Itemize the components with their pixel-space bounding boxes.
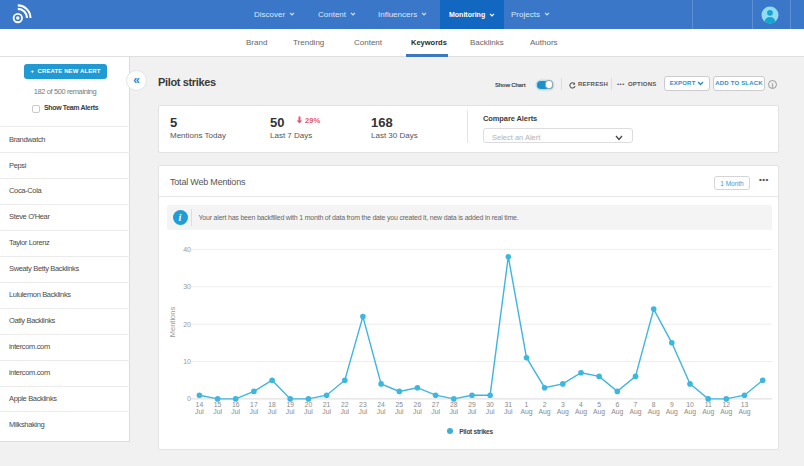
svg-text:Jul: Jul bbox=[250, 408, 259, 415]
svg-text:Aug: Aug bbox=[720, 408, 732, 416]
svg-text:Jul: Jul bbox=[377, 408, 386, 415]
svg-text:Jul: Jul bbox=[304, 408, 313, 415]
svg-text:20: 20 bbox=[183, 321, 191, 328]
svg-text:Mentions: Mentions bbox=[168, 307, 177, 338]
svg-text:Jul: Jul bbox=[449, 408, 458, 415]
svg-text:Jul: Jul bbox=[395, 408, 404, 415]
svg-text:Aug: Aug bbox=[629, 408, 641, 416]
svg-text:Aug: Aug bbox=[593, 408, 605, 416]
svg-text:Jul: Jul bbox=[195, 408, 204, 415]
svg-text:Aug: Aug bbox=[611, 408, 623, 416]
svg-text:0: 0 bbox=[187, 395, 191, 402]
svg-text:Jul: Jul bbox=[359, 408, 368, 415]
svg-text:Aug: Aug bbox=[575, 408, 587, 416]
svg-text:30: 30 bbox=[183, 283, 191, 290]
svg-text:Jul: Jul bbox=[340, 408, 349, 415]
svg-text:Aug: Aug bbox=[539, 408, 551, 416]
svg-text:Jul: Jul bbox=[468, 408, 477, 415]
svg-text:Jul: Jul bbox=[286, 408, 295, 415]
svg-text:Jul: Jul bbox=[322, 408, 331, 415]
svg-text:10: 10 bbox=[183, 358, 191, 365]
svg-text:Aug: Aug bbox=[648, 408, 660, 416]
svg-text:Aug: Aug bbox=[666, 408, 678, 416]
svg-text:Jul: Jul bbox=[213, 408, 222, 415]
svg-text:Jul: Jul bbox=[413, 408, 422, 415]
svg-text:Jul: Jul bbox=[231, 408, 240, 415]
svg-text:Jul: Jul bbox=[431, 408, 440, 415]
svg-text:Aug: Aug bbox=[702, 408, 714, 416]
svg-text:Aug: Aug bbox=[738, 408, 750, 416]
svg-text:Aug: Aug bbox=[520, 408, 532, 416]
svg-text:Jul: Jul bbox=[504, 408, 513, 415]
svg-text:40: 40 bbox=[183, 246, 191, 253]
svg-text:Aug: Aug bbox=[557, 408, 569, 416]
svg-text:Jul: Jul bbox=[268, 408, 277, 415]
svg-text:Aug: Aug bbox=[684, 408, 696, 416]
svg-text:Jul: Jul bbox=[486, 408, 495, 415]
